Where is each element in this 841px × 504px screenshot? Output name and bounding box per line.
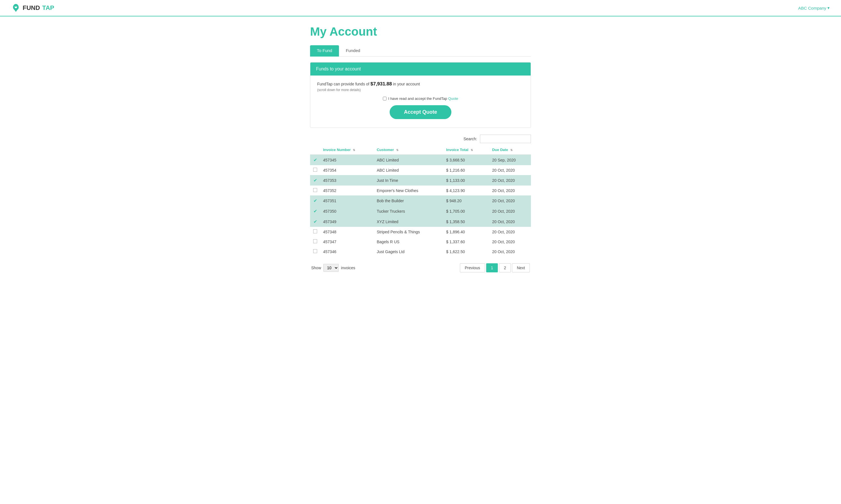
logo: FUNDTAP (11, 3, 54, 13)
total-cell: $ 3,668.50 (443, 155, 489, 165)
row-checkbox-cell[interactable] (310, 185, 320, 195)
prev-button[interactable]: Previous (460, 263, 485, 272)
customer-cell: Bagels R US (374, 237, 443, 247)
logo-fund: FUND (23, 4, 40, 12)
company-name: ABC Company (798, 6, 826, 11)
due-date-cell: 20 Oct, 2020 (489, 175, 531, 185)
total-cell: $ 1,705.00 (443, 206, 489, 216)
due-date-cell: 20 Oct, 2020 (489, 227, 531, 237)
customer-cell: ABC Limited (374, 155, 443, 165)
total-cell: $ 1,337.60 (443, 237, 489, 247)
sort-due-icon: ⇅ (510, 148, 513, 151)
total-cell: $ 1,896.40 (443, 227, 489, 237)
invoice-number-cell: 457351 (320, 195, 374, 206)
row-checkbox-cell[interactable] (310, 247, 320, 256)
uncheck-icon (313, 168, 317, 172)
quote-link[interactable]: Quote (448, 96, 458, 101)
funds-card-body: FundTap can provide funds of $7,931.88 i… (310, 75, 531, 128)
show-select[interactable]: 10 25 50 (323, 264, 339, 272)
due-date-cell: 20 Oct, 2020 (489, 165, 531, 175)
company-selector[interactable]: ABC Company ▾ (798, 5, 830, 11)
table-row[interactable]: ✔457349XYZ Limited$ 1,358.5020 Oct, 2020 (310, 216, 531, 227)
invoice-number-cell: 457348 (320, 227, 374, 237)
col-invoice-number[interactable]: Invoice Number ⇅ (320, 145, 374, 155)
uncheck-icon (313, 239, 317, 243)
sort-invoice-icon: ⇅ (353, 148, 355, 151)
invoice-number-cell: 457349 (320, 216, 374, 227)
funds-card: Funds to your account FundTap can provid… (310, 62, 531, 128)
logo-tap: TAP (42, 4, 54, 12)
search-label: Search: (464, 137, 477, 141)
check-icon: ✔ (313, 209, 317, 214)
top-bar: FUNDTAP ABC Company ▾ (0, 0, 841, 16)
tabs: To Fund Funded (310, 45, 531, 57)
col-due-date[interactable]: Due Date ⇅ (489, 145, 531, 155)
search-input[interactable] (480, 134, 531, 143)
row-checkbox-cell[interactable]: ✔ (310, 195, 320, 206)
sort-customer-icon: ⇅ (396, 148, 398, 151)
customer-cell: XYZ Limited (374, 216, 443, 227)
page-2-button[interactable]: 2 (499, 263, 511, 272)
due-date-cell: 20 Oct, 2020 (489, 237, 531, 247)
table-row[interactable]: 457347Bagels R US$ 1,337.6020 Oct, 2020 (310, 237, 531, 247)
due-date-cell: 20 Oct, 2020 (489, 247, 531, 256)
pagination-controls: Previous 1 2 Next (460, 263, 530, 272)
dropdown-icon: ▾ (827, 5, 830, 11)
total-cell: $ 4,123.90 (443, 185, 489, 195)
table-row[interactable]: 457346Just Gagets Ltd$ 1,622.5020 Oct, 2… (310, 247, 531, 256)
invoice-number-cell: 457350 (320, 206, 374, 216)
due-date-cell: 20 Oct, 2020 (489, 206, 531, 216)
table-row[interactable]: 457348Striped Pencils & Things$ 1,896.40… (310, 227, 531, 237)
invoice-table: Invoice Number ⇅ Customer ⇅ Invoice Tota… (310, 145, 531, 256)
table-row[interactable]: 457354ABC Limited$ 1,216.6020 Oct, 2020 (310, 165, 531, 175)
page-1-button[interactable]: 1 (486, 263, 498, 272)
svg-rect-1 (15, 6, 16, 7)
total-cell: $ 1,622.50 (443, 247, 489, 256)
customer-cell: ABC Limited (374, 165, 443, 175)
col-invoice-total[interactable]: Invoice Total ⇅ (443, 145, 489, 155)
total-cell: $ 1,216.60 (443, 165, 489, 175)
row-checkbox-cell[interactable]: ✔ (310, 155, 320, 165)
uncheck-icon (313, 229, 317, 233)
invoice-number-cell: 457345 (320, 155, 374, 165)
row-checkbox-cell[interactable]: ✔ (310, 216, 320, 227)
funds-description: FundTap can provide funds of $7,931.88 i… (317, 81, 524, 87)
uncheck-icon (313, 188, 317, 192)
customer-cell: Just In Time (374, 175, 443, 185)
row-checkbox-cell[interactable]: ✔ (310, 175, 320, 185)
invoice-number-cell: 457346 (320, 247, 374, 256)
row-checkbox-cell[interactable] (310, 165, 320, 175)
table-row[interactable]: ✔457345ABC Limited$ 3,668.5020 Sep, 2020 (310, 155, 531, 165)
customer-cell: Tucker Truckers (374, 206, 443, 216)
row-checkbox-cell[interactable] (310, 227, 320, 237)
invoice-number-cell: 457352 (320, 185, 374, 195)
funds-card-header: Funds to your account (310, 62, 531, 75)
accept-quote-checkbox[interactable] (383, 97, 387, 101)
table-row[interactable]: ✔457351Bob the Builder$ 948.2020 Oct, 20… (310, 195, 531, 206)
page-title: My Account (310, 25, 531, 38)
row-checkbox-cell[interactable] (310, 237, 320, 247)
invoice-number-cell: 457354 (320, 165, 374, 175)
invoices-label: invoices (341, 266, 355, 270)
tab-to-fund[interactable]: To Fund (310, 45, 339, 57)
next-button[interactable]: Next (512, 263, 530, 272)
logo-icon (11, 3, 20, 13)
check-icon: ✔ (313, 178, 317, 183)
sort-total-icon: ⇅ (470, 148, 473, 151)
tab-funded[interactable]: Funded (339, 45, 367, 57)
total-cell: $ 1,358.50 (443, 216, 489, 227)
table-row[interactable]: ✔457353Just In Time$ 1,133.0020 Oct, 202… (310, 175, 531, 185)
table-body: ✔457345ABC Limited$ 3,668.5020 Sep, 2020… (310, 155, 531, 256)
col-customer[interactable]: Customer ⇅ (374, 145, 443, 155)
row-checkbox-cell[interactable]: ✔ (310, 206, 320, 216)
invoice-number-cell: 457347 (320, 237, 374, 247)
due-date-cell: 20 Oct, 2020 (489, 185, 531, 195)
check-icon: ✔ (313, 158, 317, 162)
due-date-cell: 20 Sep, 2020 (489, 155, 531, 165)
due-date-cell: 20 Oct, 2020 (489, 216, 531, 227)
accept-quote-button[interactable]: Accept Quote (390, 105, 451, 119)
table-row[interactable]: ✔457350Tucker Truckers$ 1,705.0020 Oct, … (310, 206, 531, 216)
main-content: My Account To Fund Funded Funds to your … (304, 16, 537, 289)
table-row[interactable]: 457352Emporer's New Clothes$ 4,123.9020 … (310, 185, 531, 195)
total-cell: $ 1,133.00 (443, 175, 489, 185)
